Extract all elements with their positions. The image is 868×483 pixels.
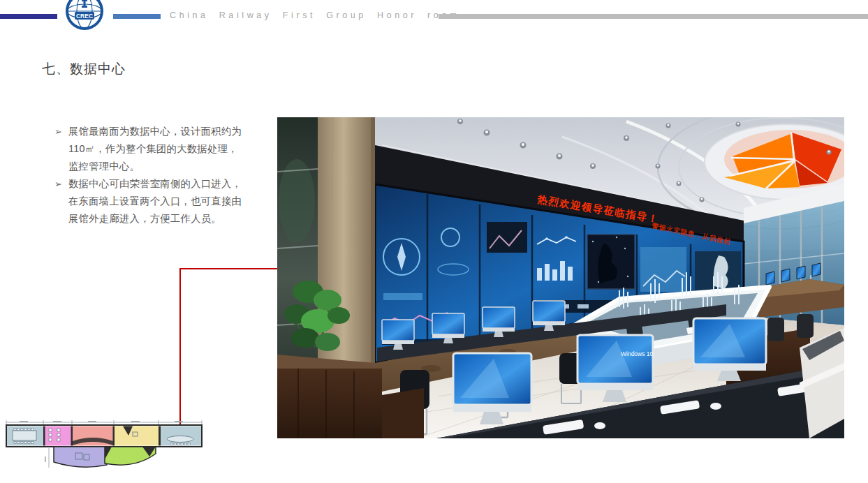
bullet-item: ➢ 展馆最南面为数据中心，设计面积约为110㎡，作为整个集团的大数据处理，监控管… xyxy=(54,123,247,175)
data-center-rendering: 热烈欢迎领导莅临指导！ 警惕火灾隐患，从我做起 xyxy=(277,117,844,438)
bullet-marker: ➢ xyxy=(54,123,68,175)
marble-column xyxy=(318,117,375,396)
header-gray-bar xyxy=(439,14,868,19)
brand-text: China Railway First Group Honor room xyxy=(170,10,460,20)
page-title: 七、数据中心 xyxy=(42,60,126,78)
callout-line-horizontal xyxy=(179,268,277,269)
slide-page: CREC China Railway First Group Honor roo… xyxy=(0,0,868,483)
floor-plan xyxy=(6,420,203,472)
crec-logo-icon: CREC xyxy=(64,0,105,31)
bullet-marker: ➢ xyxy=(54,175,68,228)
bullet-text: 数据中心可由荣誉室南侧的入口进入，在东面墙上设置两个入口，也可直接由展馆外走廊进… xyxy=(68,175,244,228)
bullet-item: ➢ 数据中心可由荣誉室南侧的入口进入，在东面墙上设置两个入口，也可直接由展馆外走… xyxy=(54,175,247,228)
windows-label: Windows 10 xyxy=(621,350,654,357)
bullet-list: ➢ 展馆最南面为数据中心，设计面积约为110㎡，作为整个集团的大数据处理，监控管… xyxy=(54,123,247,228)
bullet-text: 展馆最南面为数据中心，设计面积约为110㎡，作为整个集团的大数据处理，监控管理中… xyxy=(68,123,244,175)
header-blue-bar xyxy=(113,14,161,19)
callout-line-vertical xyxy=(179,268,181,434)
crec-logo-text: CREC xyxy=(76,13,93,20)
header-navy-bar xyxy=(0,14,57,19)
